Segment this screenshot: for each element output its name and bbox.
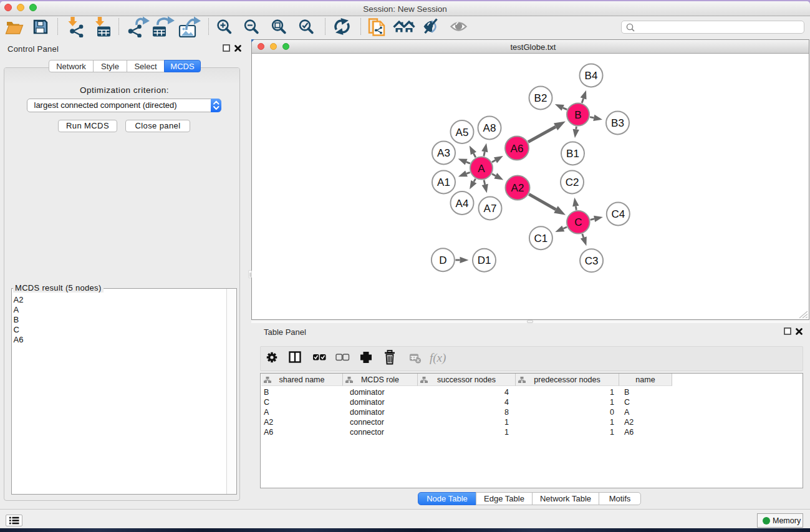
- svg-text:D1: D1: [478, 254, 491, 266]
- svg-text:A1: A1: [437, 177, 450, 188]
- svg-text:A5: A5: [456, 127, 469, 138]
- svg-text:C1: C1: [534, 233, 548, 244]
- svg-text:A6: A6: [511, 143, 524, 155]
- svg-text:A4: A4: [456, 198, 469, 210]
- svg-text:A7: A7: [484, 203, 497, 215]
- svg-text:B2: B2: [534, 92, 547, 104]
- svg-text:A8: A8: [483, 122, 496, 134]
- svg-text:C3: C3: [585, 255, 599, 267]
- svg-text:C2: C2: [566, 177, 579, 188]
- svg-text:B3: B3: [611, 117, 624, 129]
- svg-text:B: B: [574, 109, 581, 121]
- svg-text:A2: A2: [511, 182, 524, 194]
- svg-text:A: A: [478, 163, 485, 175]
- svg-text:C4: C4: [611, 208, 625, 220]
- svg-text:A3: A3: [437, 147, 450, 159]
- svg-text:B4: B4: [585, 70, 598, 82]
- svg-text:f(x): f(x): [430, 351, 446, 365]
- svg-text:C: C: [574, 216, 582, 228]
- svg-text:D: D: [439, 254, 446, 266]
- svg-text:B1: B1: [566, 148, 579, 160]
